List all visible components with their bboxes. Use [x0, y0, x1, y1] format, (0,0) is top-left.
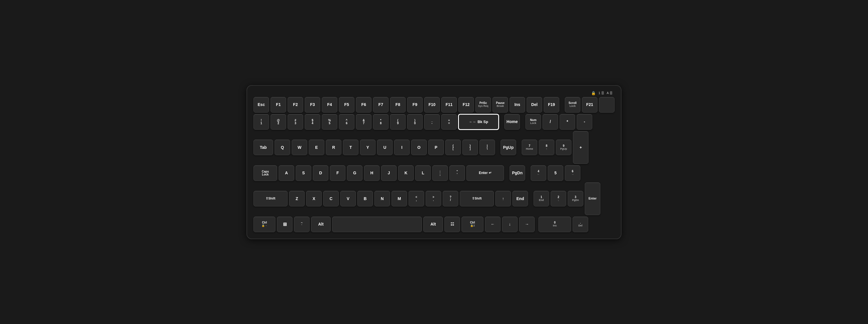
key-c[interactable]: C [323, 191, 339, 206]
key-enter[interactable]: Enter ↵ [466, 165, 504, 181]
key-f5[interactable]: F5 [339, 97, 354, 113]
key-d[interactable]: D [313, 165, 329, 181]
key-pgdn[interactable]: PgDn [509, 165, 525, 181]
key-f6[interactable]: F6 [356, 97, 372, 113]
key-num5[interactable]: 5 [548, 165, 563, 181]
key-j[interactable]: J [381, 165, 397, 181]
key-h[interactable]: H [364, 165, 380, 181]
key-s[interactable]: S [296, 165, 311, 181]
key-alt-right[interactable]: Alt [423, 216, 443, 232]
key-num6[interactable]: 6→ [565, 165, 580, 181]
key-6[interactable]: ^6 [339, 114, 354, 130]
key-equals[interactable]: += [441, 114, 457, 130]
key-w[interactable]: W [292, 140, 307, 155]
key-num-lock[interactable]: NumLock [525, 114, 541, 130]
key-pause[interactable]: PauseBreak [492, 97, 508, 113]
key-num9[interactable]: 9PgUp [556, 140, 571, 155]
key-f19[interactable]: F19 [544, 97, 559, 113]
key-backslash[interactable]: |\ [479, 140, 495, 155]
key-k[interactable]: K [398, 165, 414, 181]
key-backspace[interactable]: ←← Bk Sp [458, 114, 499, 130]
key-comma[interactable]: <, [408, 191, 424, 206]
key-q[interactable]: Q [275, 140, 290, 155]
key-2[interactable]: @2 [271, 114, 286, 130]
key-p[interactable]: P [428, 140, 444, 155]
key-f1[interactable]: F1 [271, 97, 286, 113]
key-del[interactable]: Del [527, 97, 542, 113]
key-rbracket[interactable]: }] [462, 140, 478, 155]
key-minus[interactable]: _- [424, 114, 440, 130]
key-down[interactable]: ↓ [502, 216, 518, 232]
key-numdot[interactable]: .Del [572, 216, 588, 232]
key-numpad-slash[interactable]: / [542, 114, 558, 130]
key-tab[interactable]: Tab [253, 140, 273, 155]
key-1[interactable]: !1 [253, 114, 269, 130]
key-t[interactable]: T [343, 140, 359, 155]
key-a[interactable]: A [279, 165, 294, 181]
key-3[interactable]: #3 [288, 114, 303, 130]
key-extra-fn[interactable] [599, 97, 615, 113]
key-f12[interactable]: F12 [458, 97, 474, 113]
key-f8[interactable]: F8 [390, 97, 406, 113]
key-o[interactable]: O [411, 140, 427, 155]
key-f21[interactable]: F21 [582, 97, 597, 113]
key-4[interactable]: $4 [305, 114, 320, 130]
key-f[interactable]: F [330, 165, 345, 181]
key-z[interactable]: Z [289, 191, 305, 206]
key-home[interactable]: Home [504, 114, 520, 130]
key-f7[interactable]: F7 [373, 97, 389, 113]
key-7[interactable]: &7 [356, 114, 372, 130]
key-5[interactable]: %5 [322, 114, 337, 130]
key-shift-left[interactable]: ⇧Shift [253, 191, 288, 206]
key-space[interactable] [332, 216, 422, 232]
key-x[interactable]: X [306, 191, 322, 206]
key-e[interactable]: E [309, 140, 324, 155]
key-f3[interactable]: F3 [305, 97, 320, 113]
key-f10[interactable]: F10 [424, 97, 440, 113]
key-0[interactable]: )0 [407, 114, 423, 130]
key-numpad-minus[interactable]: - [577, 114, 592, 130]
key-quote[interactable]: "' [450, 165, 465, 181]
key-v[interactable]: V [340, 191, 356, 206]
key-9[interactable]: (9 [390, 114, 406, 130]
key-l[interactable]: L [415, 165, 431, 181]
key-num1[interactable]: 1End [533, 191, 549, 206]
key-b[interactable]: B [357, 191, 373, 206]
key-alt-left[interactable]: Alt [311, 216, 331, 232]
key-num4[interactable]: 4← [531, 165, 546, 181]
key-num0[interactable]: 0Ins [538, 216, 571, 232]
key-menu[interactable]: ☷ [444, 216, 460, 232]
key-caps-lock[interactable]: CapsLock [253, 165, 277, 181]
key-num8[interactable]: 8↑ [539, 140, 554, 155]
key-numpad-enter[interactable]: Enter [585, 182, 600, 215]
key-ctrl-right[interactable]: Ctrl🔒2 [462, 216, 484, 232]
key-f4[interactable]: F4 [322, 97, 337, 113]
key-y[interactable]: Y [360, 140, 376, 155]
key-num7[interactable]: 7Home [522, 140, 537, 155]
key-prtsc[interactable]: PrtScSys Req [475, 97, 491, 113]
key-m[interactable]: M [392, 191, 407, 206]
key-f11[interactable]: F11 [441, 97, 457, 113]
key-slash[interactable]: ?/ [443, 191, 458, 206]
key-numpad-star[interactable]: * [560, 114, 575, 130]
key-tilde-fn[interactable]: ~` [294, 216, 310, 232]
key-lbracket[interactable]: {[ [445, 140, 461, 155]
key-pgup[interactable]: PgUp [500, 140, 516, 155]
key-period[interactable]: >. [426, 191, 441, 206]
key-num3[interactable]: 3PgDn [568, 191, 583, 206]
key-ins[interactable]: Ins [509, 97, 525, 113]
key-scroll-lock[interactable]: ScrollLock [565, 97, 580, 113]
key-u[interactable]: U [377, 140, 393, 155]
key-left[interactable]: ← [485, 216, 500, 232]
key-right[interactable]: → [519, 216, 535, 232]
key-win[interactable]: ⊞ [277, 216, 292, 232]
key-g[interactable]: G [347, 165, 363, 181]
key-i[interactable]: I [394, 140, 410, 155]
key-r[interactable]: R [326, 140, 341, 155]
key-ctrl-left[interactable]: Ctrl🔒→ [253, 216, 275, 232]
key-numpad-plus[interactable]: + [573, 131, 589, 164]
key-n[interactable]: N [374, 191, 390, 206]
key-f2[interactable]: F2 [288, 97, 303, 113]
key-8[interactable]: *8 [373, 114, 389, 130]
key-end[interactable]: End [513, 191, 528, 206]
